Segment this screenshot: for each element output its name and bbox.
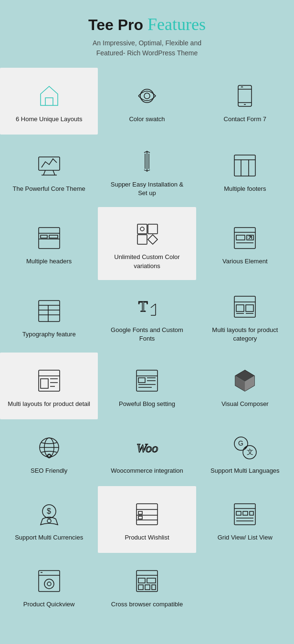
feature-cell-cross-browser: Cross browser compatible (98, 553, 196, 620)
feature-label-core-theme: The Powerful Core Theme (13, 185, 85, 193)
svg-rect-24 (137, 235, 147, 244)
svg-rect-23 (148, 224, 158, 234)
svg-text:$: $ (47, 507, 51, 515)
svg-point-63 (47, 454, 51, 458)
feature-label-footers: Multiple footers (224, 185, 266, 193)
wishlist-icon (134, 501, 160, 528)
svg-rect-31 (39, 301, 60, 322)
svg-rect-20 (41, 235, 47, 238)
title-script: Features (147, 15, 206, 34)
feature-label-multi-currencies: Support Multi Currencies (15, 533, 83, 542)
svg-rect-82 (250, 511, 253, 515)
svg-rect-6 (39, 157, 60, 170)
translate-icon: G文 (231, 434, 258, 461)
svg-text:Woo: Woo (136, 441, 158, 455)
feature-cell-product-detail: Multi layouts for product detail (0, 353, 98, 419)
features-grid: 6 Home Unique LayoutsColor swatchContact… (0, 68, 294, 620)
feature-cell-seo: SEO Friendly (0, 419, 98, 486)
feature-cell-core-theme: The Powerful Core Theme (0, 135, 98, 207)
grid-list-icon (231, 501, 258, 528)
typography-table-icon (36, 298, 63, 324)
feature-cell-quickview: Product Quickview (0, 553, 98, 620)
layout-rows-icon (36, 225, 63, 251)
feature-cell-color-swatch: Color swatch (98, 68, 196, 135)
svg-rect-93 (147, 578, 156, 583)
svg-line-8 (53, 170, 55, 175)
feature-cell-various-element: Various Element (196, 207, 294, 280)
feature-label-visual-composer: Visual Composer (221, 400, 269, 408)
svg-rect-92 (138, 578, 145, 583)
browser-grid-icon (134, 568, 160, 594)
tools-icon (134, 148, 160, 175)
feature-label-installation: Supper Easy Installation & Set up (105, 180, 188, 197)
svg-rect-13 (234, 155, 255, 176)
svg-rect-80 (236, 511, 241, 515)
feature-cell-contact-form: Contact Form 7 (196, 68, 294, 135)
monitor-chart-icon (36, 152, 63, 179)
feature-label-multi-languages: Support Multi Languages (210, 467, 280, 475)
svg-rect-39 (236, 305, 244, 312)
feature-label-woocommerce: Woocommerce integration (111, 467, 183, 475)
feature-cell-installation: Supper Easy Installation & Set up (98, 135, 196, 207)
layout-columns-icon (231, 152, 258, 179)
svg-rect-22 (137, 224, 147, 234)
feature-cell-grid-view: Grid View/ List View (196, 486, 294, 553)
svg-rect-81 (243, 511, 248, 515)
feature-cell-product-category: Multi layouts for product category (196, 280, 294, 353)
feature-cell-footers: Multiple footers (196, 135, 294, 207)
feature-cell-headers: Multiple headers (0, 207, 98, 280)
feature-label-home-layouts: 6 Home Unique Layouts (16, 115, 82, 124)
eye-icon (134, 83, 160, 109)
svg-rect-78 (234, 504, 255, 525)
svg-rect-2 (238, 85, 252, 106)
phone-icon (231, 83, 258, 109)
svg-rect-77 (138, 516, 142, 519)
currency-icon: $ (36, 501, 63, 528)
feature-label-product-category: Multi layouts for product category (204, 326, 286, 343)
svg-text:文: 文 (247, 448, 253, 456)
svg-text:T: T (138, 298, 148, 315)
palette-icon (134, 220, 160, 247)
feature-cell-multi-languages: G文Support Multi Languages (196, 419, 294, 486)
feature-cell-product-wishlist: Product Wishlist (98, 486, 196, 553)
feature-cell-woocommerce: WooWoocommerce integration (98, 419, 196, 486)
feature-label-typography: Typography feature (22, 330, 76, 339)
svg-rect-37 (234, 296, 255, 317)
feature-label-google-fonts: Google Fonts and Custom Fonts (105, 326, 188, 343)
feature-cell-blog-setting: Poweful Blog setting (98, 353, 196, 419)
page-title: Tee Pro Features (88, 14, 206, 34)
cube-icon (231, 367, 258, 394)
feature-label-cross-browser: Cross browser compatible (111, 600, 183, 609)
feature-label-grid-view: Grid View/ List View (218, 533, 273, 542)
svg-rect-76 (138, 511, 142, 514)
woo-icon: Woo (134, 434, 160, 461)
feature-label-headers: Multiple headers (26, 257, 72, 266)
feature-cell-visual-composer: Visual Composer (196, 353, 294, 419)
svg-rect-96 (152, 585, 156, 590)
feature-label-contact-form: Contact Form 7 (224, 115, 267, 124)
title-bold: Tee Pro (88, 16, 147, 33)
feature-label-color-variations: Unlimited Custom Color variations (105, 253, 188, 270)
feature-cell-home-layouts: 6 Home Unique Layouts (0, 68, 98, 135)
svg-point-25 (140, 227, 144, 231)
globe-icon (36, 434, 63, 461)
feature-cell-google-fonts: TGoogle Fonts and Custom Fonts (98, 280, 196, 353)
svg-rect-45 (41, 379, 48, 388)
feature-label-color-swatch: Color swatch (129, 115, 165, 124)
feature-label-various-element: Various Element (222, 257, 267, 266)
svg-point-1 (144, 93, 150, 99)
svg-point-88 (47, 582, 51, 586)
elements-icon (231, 225, 258, 251)
page-subtitle: An Impressive, Optimal, Flexible andFeat… (88, 38, 206, 58)
svg-rect-21 (49, 235, 58, 238)
product-detail-layout-icon (36, 367, 63, 394)
svg-rect-95 (145, 585, 150, 590)
page-header: Tee Pro Features An Impressive, Optimal,… (79, 0, 215, 68)
quickview-icon (36, 568, 63, 594)
font-cursor-icon: T (134, 293, 160, 320)
blog-layout-icon (134, 367, 160, 394)
feature-label-product-wishlist: Product Wishlist (125, 533, 169, 542)
svg-point-87 (44, 579, 54, 589)
svg-rect-51 (138, 378, 145, 383)
feature-cell-color-variations: Unlimited Custom Color variations (98, 207, 196, 280)
